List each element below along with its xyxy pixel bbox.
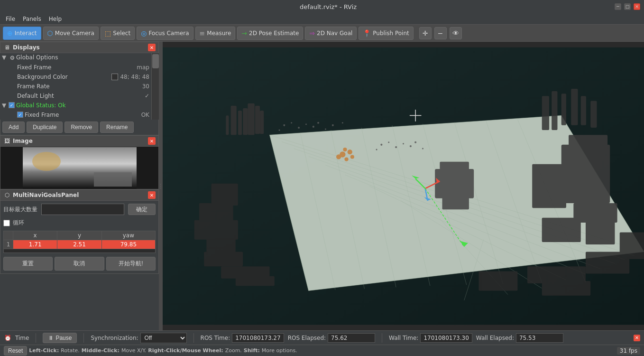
view-options-button[interactable]: 👁 xyxy=(450,27,462,39)
svg-point-67 xyxy=(298,127,300,129)
measure-button[interactable]: ≡ Measure xyxy=(195,27,236,40)
interact-button[interactable]: ⊕ Interact xyxy=(3,27,41,40)
svg-rect-54 xyxy=(435,169,474,198)
cancel-button[interactable]: 取消 xyxy=(55,257,104,271)
default-light-label: Default Light xyxy=(17,93,143,99)
svg-point-87 xyxy=(350,155,354,159)
svg-point-65 xyxy=(283,124,285,126)
svg-rect-29 xyxy=(236,276,275,286)
global-status-row[interactable]: ▼ Global Status: Ok xyxy=(0,101,151,110)
displays-panel-close[interactable]: ✕ xyxy=(148,44,156,51)
close-button[interactable]: ✕ xyxy=(634,3,640,10)
multi-panel-title: MultiNaviGoalsPanel xyxy=(13,192,79,198)
max-goals-input[interactable] xyxy=(41,204,124,215)
empty-row xyxy=(4,249,156,253)
displays-scrollbar[interactable] xyxy=(151,53,159,120)
menu-file[interactable]: File xyxy=(2,15,19,23)
timebar-separator-3 xyxy=(193,333,194,343)
timebar-separator-1 xyxy=(36,333,36,343)
minimize-button[interactable]: ─ xyxy=(615,3,621,10)
timebar: ⏰ Time ⏸ Pause Synchronization: Off Appr… xyxy=(0,330,644,345)
menu-help[interactable]: Help xyxy=(45,15,65,23)
displays-scrollbar-thumb xyxy=(152,54,159,68)
measure-label: Measure xyxy=(207,30,231,37)
move-camera-button[interactable]: ⬡ Move Camera xyxy=(43,27,99,40)
svg-rect-25 xyxy=(194,220,238,240)
pause-button[interactable]: ⏸ Pause xyxy=(43,333,77,343)
2d-pose-estimate-button[interactable]: → 2D Pose Estimate xyxy=(237,27,303,40)
global-status-expand[interactable]: ▼ xyxy=(2,102,9,109)
frame-rate-row[interactable]: Frame Rate 30 xyxy=(0,82,151,91)
confirm-button[interactable]: 确定 xyxy=(128,204,156,215)
svg-rect-34 xyxy=(248,103,254,135)
window-controls: ─ □ ✕ xyxy=(615,3,640,10)
left-panel: 🖥 Displays ✕ ▼ ⚙ Global Options xyxy=(0,42,159,330)
duplicate-button[interactable]: Duplicate xyxy=(27,122,63,133)
maximize-button[interactable]: □ xyxy=(624,3,631,10)
sync-select[interactable]: Off Approximate Exact xyxy=(140,333,187,343)
fixed-frame-value: map xyxy=(135,64,149,71)
background-color-label: Background Color xyxy=(17,74,111,80)
global-status-label: Global Status: Ok xyxy=(16,102,149,109)
fixed-frame-status-row[interactable]: Fixed Frame OK xyxy=(0,110,151,120)
add-display-button[interactable]: ✛ xyxy=(419,27,432,39)
global-options-row[interactable]: ▼ ⚙ Global Options xyxy=(0,53,151,63)
image-panel: 🖼 Image ✕ xyxy=(0,135,159,189)
svg-rect-33 xyxy=(226,115,229,135)
displays-buttons: Add Duplicate Remove Rename xyxy=(0,120,159,135)
ros-time-value: 1701080173.27 xyxy=(232,333,284,343)
remove-button[interactable]: Remove xyxy=(64,122,98,133)
svg-rect-40 xyxy=(532,164,566,208)
camera-feed xyxy=(23,147,137,189)
svg-point-80 xyxy=(376,149,377,150)
3d-view[interactable] xyxy=(163,42,644,330)
svg-rect-38 xyxy=(569,135,607,150)
row-num: 1 xyxy=(4,240,13,249)
reset-button[interactable]: 重置 xyxy=(3,257,53,271)
multi-panel: ⬡ MultiNaviGoalsPanel ✕ 目标最大数量 确定 循环 xyxy=(0,189,159,330)
focus-camera-button[interactable]: ◎ Focus Camera xyxy=(137,27,193,40)
svg-point-82 xyxy=(422,148,423,150)
start-nav-button[interactable]: 开始导航! xyxy=(106,257,156,271)
default-light-row[interactable]: Default Light ✓ xyxy=(0,91,151,101)
rename-button[interactable]: Rename xyxy=(100,122,134,133)
nav-goal-icon: ⇒ xyxy=(309,29,315,37)
svg-point-69 xyxy=(313,126,314,128)
2d-nav-goal-button[interactable]: ⇒ 2D Nav Goal xyxy=(305,27,357,40)
svg-rect-48 xyxy=(542,96,549,130)
svg-rect-26 xyxy=(199,203,233,222)
cell-y: 2.51 xyxy=(57,240,101,249)
remove-display-button[interactable]: − xyxy=(434,27,447,39)
menubar: File Panels Help xyxy=(0,13,644,25)
loop-checkbox[interactable] xyxy=(3,220,10,226)
fixed-frame-status-checkbox[interactable] xyxy=(17,112,23,118)
publish-point-icon: 📍 xyxy=(363,29,371,37)
background-color-row[interactable]: Background Color 48; 48; 48 xyxy=(0,72,151,82)
svg-rect-31 xyxy=(238,111,242,135)
svg-point-73 xyxy=(332,124,334,126)
select-button[interactable]: ⬚ Select xyxy=(101,27,135,40)
add-button[interactable]: Add xyxy=(2,122,25,133)
reset-view-button[interactable]: Reset xyxy=(4,346,27,356)
svg-point-85 xyxy=(344,158,348,161)
background-color-value: 48; 48; 48 xyxy=(118,74,149,80)
publish-point-button[interactable]: 📍 Publish Point xyxy=(359,27,413,40)
svg-rect-36 xyxy=(260,111,264,134)
move-camera-label: Move Camera xyxy=(55,30,94,37)
displays-tree: ▼ ⚙ Global Options Fixed Frame map xyxy=(0,53,159,120)
svg-point-71 xyxy=(317,122,319,124)
time-panel-close[interactable]: ✕ xyxy=(634,335,640,341)
timebar-separator-2 xyxy=(83,333,84,343)
resize-handle[interactable]: ⋮ xyxy=(159,42,163,330)
global-options-expand[interactable]: ▼ xyxy=(2,54,9,62)
menu-panels[interactable]: Panels xyxy=(19,15,45,23)
image-panel-close[interactable]: ✕ xyxy=(148,137,156,145)
fixed-frame-row[interactable]: Fixed Frame map xyxy=(0,63,151,72)
time-icon: ⏰ xyxy=(4,334,11,342)
wall-elapsed-value: 75.53 xyxy=(516,333,563,343)
svg-rect-30 xyxy=(231,106,237,135)
global-status-checkbox[interactable] xyxy=(9,102,15,108)
multi-panel-close[interactable]: ✕ xyxy=(148,191,156,199)
interact-icon: ⊕ xyxy=(7,29,13,37)
focus-camera-label: Focus Camera xyxy=(148,30,189,37)
